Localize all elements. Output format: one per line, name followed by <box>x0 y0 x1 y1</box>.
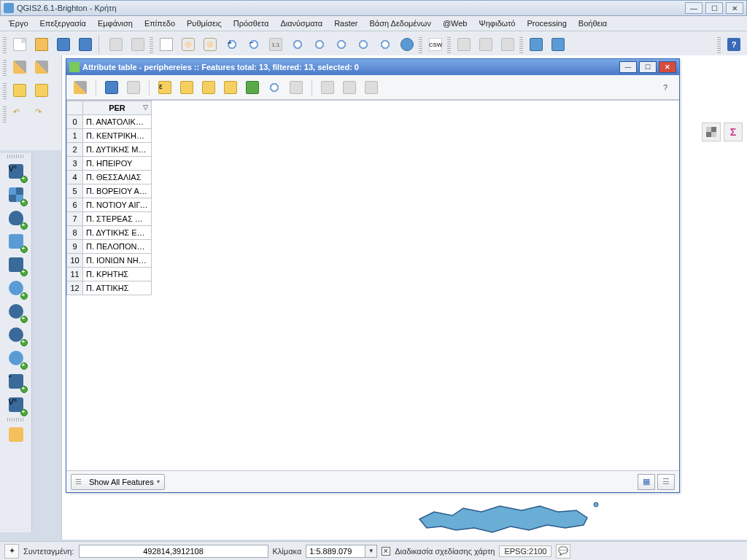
table-row[interactable]: 10Π. ΙΟΝΙΩΝ ΝΗΣΩΝ <box>67 254 152 268</box>
toolbar-grip[interactable] <box>717 36 721 53</box>
toolbar-grip[interactable] <box>519 36 523 53</box>
menu-database[interactable]: Βάση Δεδομένων <box>364 18 437 29</box>
toolbar-grip[interactable] <box>419 36 422 53</box>
add-delimited-text-button[interactable]: " <box>6 371 26 392</box>
menu-project[interactable]: Έργο <box>3 18 34 29</box>
attr-help-button[interactable]: ? <box>656 78 675 97</box>
row-number[interactable]: 1 <box>67 129 83 143</box>
edit-toggle-button[interactable] <box>9 57 30 77</box>
table-row[interactable]: 6Π. ΝΟΤΙΟΥ ΑΙΓΑ... <box>67 198 152 212</box>
field-calculator-button[interactable] <box>362 78 381 97</box>
table-row[interactable]: 8Π. ΔΥΤΙΚΗΣ ΕΛΛ... <box>67 226 152 240</box>
add-wfs-layer-button[interactable] <box>6 348 26 368</box>
toolbar-grip[interactable] <box>150 36 153 53</box>
add-raster-layer-button[interactable] <box>6 184 26 205</box>
menu-processing[interactable]: Processing <box>521 18 572 29</box>
new-vector-layer-button[interactable]: V° <box>6 394 26 415</box>
zoom-native-button[interactable]: 1:1 <box>266 34 286 55</box>
table-row[interactable]: 0Π. ΑΝΑΤΟΛΙΚΗΣ ... <box>67 115 152 129</box>
measure-button[interactable] <box>454 34 474 55</box>
table-view-button[interactable]: ▦ <box>638 474 655 490</box>
menu-raster2[interactable]: Ψηφιδωτό <box>473 18 522 29</box>
scale-dropdown[interactable]: ▼ <box>365 545 377 558</box>
close-button[interactable]: ✕ <box>726 2 743 14</box>
delete-column-button[interactable] <box>340 78 359 97</box>
copy-selected-button[interactable] <box>287 78 306 97</box>
messages-log-button[interactable]: 💬 <box>556 544 570 559</box>
virtual-layer-button[interactable] <box>6 424 26 445</box>
csw-button[interactable]: CSW <box>425 34 446 55</box>
row-number[interactable]: 9 <box>67 240 83 254</box>
toggle-extents-button[interactable]: ✦ <box>4 544 19 559</box>
invert-selection-button[interactable] <box>221 78 240 97</box>
print-composer-button[interactable] <box>106 34 126 55</box>
zoom-next-button[interactable] <box>375 34 395 55</box>
label-button[interactable] <box>9 80 30 101</box>
row-number[interactable]: 10 <box>67 254 83 268</box>
redo-button[interactable]: ↷ <box>31 104 52 124</box>
sigma-icon[interactable]: Σ <box>724 122 743 141</box>
cell-per[interactable]: Π. ΠΕΛΟΠΟΝΝΗ... <box>83 240 152 254</box>
row-number[interactable]: 5 <box>67 184 83 198</box>
pan-to-selected-button[interactable] <box>243 78 262 97</box>
row-number[interactable]: 11 <box>67 268 83 281</box>
add-postgis-layer-button[interactable] <box>6 208 26 228</box>
row-number[interactable]: 8 <box>67 226 83 240</box>
deselect-all-button[interactable] <box>177 78 196 97</box>
attr-close-button[interactable]: ✕ <box>659 61 676 73</box>
row-number[interactable]: 2 <box>67 143 83 157</box>
add-mssql-layer-button[interactable] <box>6 254 26 275</box>
row-number[interactable]: 4 <box>67 171 83 184</box>
cell-per[interactable]: Π. ΝΟΤΙΟΥ ΑΙΓΑ... <box>83 198 152 212</box>
zoom-last-button[interactable] <box>353 34 374 55</box>
cell-per[interactable]: Π. ΑΝΑΤΟΛΙΚΗΣ ... <box>83 115 152 129</box>
cell-per[interactable]: Π. ΑΤΤΙΚΗΣ <box>83 281 152 295</box>
zoom-layer-button[interactable] <box>331 34 352 55</box>
add-vector-layer-button[interactable]: V° <box>6 161 26 182</box>
table-corner[interactable] <box>67 101 83 115</box>
row-number[interactable]: 12 <box>67 281 83 295</box>
zoom-in-button[interactable] <box>222 34 242 55</box>
row-number[interactable]: 6 <box>67 198 83 212</box>
help-button[interactable]: ? <box>724 34 744 55</box>
epsg-button[interactable]: EPSG:2100 <box>499 545 551 557</box>
edit-pencil-button[interactable] <box>31 57 52 77</box>
table-row[interactable]: 4Π. ΘΕΣΣΑΛΙΑΣ <box>67 171 152 184</box>
add-oracle-layer-button[interactable] <box>6 278 26 298</box>
undo-button[interactable]: ↶ <box>9 104 30 124</box>
toolbar-grip[interactable] <box>3 36 7 53</box>
zoom-to-selected-button[interactable] <box>265 78 284 97</box>
column-header-per[interactable]: PER▽ <box>83 101 152 115</box>
cell-per[interactable]: Π. ΔΥΤΙΚΗΣ ΕΛΛ... <box>83 226 152 240</box>
add-wms-layer-button[interactable] <box>6 301 26 322</box>
cell-per[interactable]: Π. ΙΟΝΙΩΝ ΝΗΣΩΝ <box>83 254 152 268</box>
label-settings-button[interactable] <box>31 80 52 101</box>
cell-per[interactable]: Π. ΗΠΕΙΡΟΥ <box>83 157 152 171</box>
table-row[interactable]: 1Π. ΚΕΝΤΡΙΚΗΣ Μ... <box>67 129 152 143</box>
attr-maximize-button[interactable]: ☐ <box>639 61 657 73</box>
attr-minimize-button[interactable]: — <box>619 61 637 73</box>
pan-button[interactable] <box>178 34 198 55</box>
table-row[interactable]: 11Π. ΚΡΗΤΗΣ <box>67 268 152 281</box>
new-column-button[interactable] <box>318 78 337 97</box>
maximize-button[interactable]: ☐ <box>705 2 723 14</box>
menu-view[interactable]: Εμφάνιση <box>92 18 139 29</box>
cell-per[interactable]: Π. ΚΕΝΤΡΙΚΗΣ Μ... <box>83 129 152 143</box>
measure-area-button[interactable] <box>476 34 496 55</box>
identify-button[interactable] <box>156 34 177 55</box>
cell-per[interactable]: Π. ΘΕΣΣΑΛΙΑΣ <box>83 171 152 184</box>
menu-plugins[interactable]: Πρόσθετα <box>228 18 275 29</box>
menu-web[interactable]: @Web <box>437 18 473 29</box>
zoom-out-button[interactable] <box>244 34 264 55</box>
measure-angle-button[interactable] <box>498 34 518 55</box>
save-project-button[interactable] <box>53 34 74 55</box>
tool-icon[interactable] <box>702 122 721 141</box>
menu-vector[interactable]: Διανύσματα <box>274 18 328 29</box>
composer-manager-button[interactable] <box>128 34 148 55</box>
render-checkbox[interactable]: ✕ <box>382 547 390 556</box>
row-number[interactable]: 7 <box>67 212 83 226</box>
table-row[interactable]: 2Π. ΔΥΤΙΚΗΣ ΜΑΚ... <box>67 143 152 157</box>
zoom-selection-button[interactable] <box>309 34 330 55</box>
show-all-features-button[interactable]: Show All Features <box>71 474 165 490</box>
move-selection-top-button[interactable] <box>199 78 218 97</box>
